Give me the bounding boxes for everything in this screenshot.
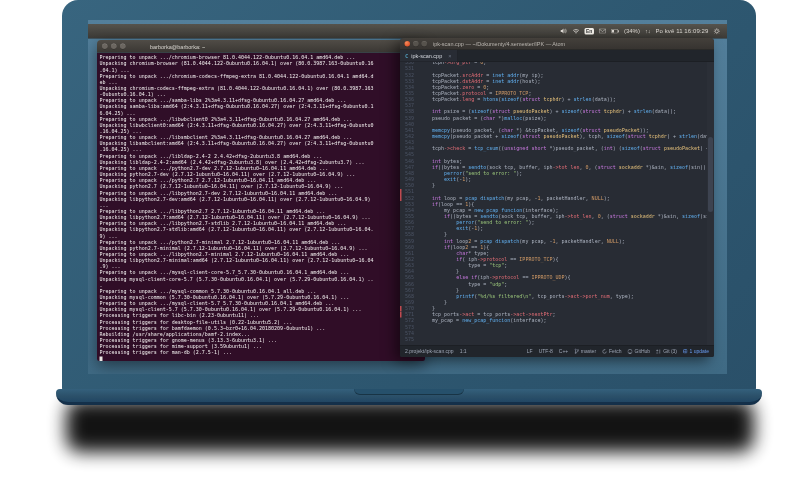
keyboard-layout-indicator[interactable]: En (585, 28, 594, 35)
editor-titlebar[interactable]: ipk-scan.cpp — ~/Dokumenty/4.semester/IP… (400, 38, 714, 50)
diff-icon (656, 349, 661, 354)
system-tray: En (34%) ↑↓ Po kvě 11 16:09:29 (561, 28, 727, 35)
line-number: 575 (400, 336, 420, 342)
status-git-branch[interactable]: master (574, 349, 596, 355)
sync-icon (602, 349, 607, 354)
laptop-mockup: En (34%) ↑↓ Po kvě 11 16:09:29 (0, 0, 800, 477)
network-traffic-icon[interactable]: ↑↓ (645, 28, 651, 34)
code-line[interactable]: 542 memcpy(pseudo_packet + sizeof(struct… (400, 133, 714, 139)
screen: En (34%) ↑↓ Po kvě 11 16:09:29 (88, 20, 727, 374)
editor-maximize-button[interactable] (422, 41, 428, 47)
editor-window-title: ipk-scan.cpp — ~/Dokumenty/4.semester/IP… (433, 41, 565, 47)
tab-ipk-scan[interactable]: C ipk-scan.cpp × (400, 50, 458, 62)
terminal-titlebar[interactable]: barborka@barborka: ~ (97, 40, 425, 53)
status-fetch[interactable]: Fetch (602, 349, 622, 355)
code-text: tcph->urg_ptr = 0; (420, 62, 486, 66)
terminal-minimize-button[interactable] (111, 44, 117, 50)
desktop-wallpaper: En (34%) ↑↓ Po kvě 11 16:09:29 (88, 20, 727, 374)
editor-scrollbar[interactable] (707, 62, 714, 345)
c-file-icon: C (405, 53, 408, 60)
editor-minimize-button[interactable] (413, 41, 419, 47)
status-github[interactable]: GitHub (628, 349, 651, 355)
status-updates[interactable]: 1 update (683, 349, 709, 355)
status-git-changes[interactable]: Git (3) (656, 349, 677, 355)
github-icon (628, 349, 633, 354)
scrollbar-handle[interactable] (708, 137, 713, 212)
tab-label: ipk-scan.cpp (411, 53, 442, 59)
editor-status-bar: 2.projekt/ipk-scan.cpp 1:1 LF UTF-8 C++ … (400, 345, 714, 357)
volume-icon[interactable] (561, 28, 568, 34)
editor-window: ipk-scan.cpp — ~/Dokumenty/4.semester/IP… (400, 38, 714, 357)
clock-label[interactable]: Po kvě 11 16:09:29 (655, 28, 708, 35)
code-editor[interactable]: 530 tcph->urg_ptr = 0;531532 tcpPacket.s… (400, 62, 714, 345)
terminal-line: Processing triggers for man-db (2.7.5-1)… (100, 350, 423, 356)
terminal-title: barborka@barborka: ~ (150, 43, 205, 49)
status-file-path[interactable]: 2.projekt/ipk-scan.cpp (405, 349, 454, 355)
editor-tab-bar: C ipk-scan.cpp × (400, 50, 714, 62)
code-text: tcph->check = tcp_csum((unsigned short *… (420, 146, 714, 152)
top-menu-bar: En (34%) ↑↓ Po kvě 11 16:09:29 (88, 24, 727, 39)
status-line-ending[interactable]: LF (527, 349, 533, 355)
code-text: printf("%d/%s filtered\n", tcp_ports->ac… (420, 293, 634, 299)
code-text: pseudo_packet = (char *)malloc(psize); (420, 115, 546, 121)
code-line[interactable]: 575 (400, 336, 714, 342)
laptop-lid: En (34%) ↑↓ Po kvě 11 16:09:29 (62, 0, 756, 392)
mail-icon[interactable] (599, 29, 606, 34)
code-line[interactable]: 544 tcph->check = tcp_csum((unsigned sho… (400, 146, 714, 152)
wifi-icon[interactable] (573, 28, 580, 34)
code-text: } (420, 182, 435, 188)
tab-close-icon[interactable]: × (448, 53, 451, 59)
battery-percent-label: (34%) (624, 28, 640, 35)
terminal-window: barborka@barborka: ~ Preparing to unpack… (97, 40, 425, 361)
terminal-cursor (100, 356, 103, 361)
status-grammar[interactable]: C++ (559, 349, 568, 355)
terminal-close-button[interactable] (102, 44, 108, 50)
laptop-base-notch (354, 389, 464, 395)
code-text: my_pcap = new_pcap_funcion(interface); (420, 318, 546, 324)
editor-close-button[interactable] (405, 41, 411, 47)
laptop-base (56, 389, 762, 405)
session-gear-icon[interactable] (714, 28, 721, 35)
status-encoding[interactable]: UTF-8 (539, 349, 553, 355)
update-package-icon (683, 349, 688, 354)
git-branch-icon (574, 349, 579, 355)
battery-icon[interactable] (611, 29, 619, 34)
terminal-maximize-button[interactable] (120, 44, 126, 50)
code-text: memcpy(pseudo_packet + sizeof(struct pse… (420, 133, 714, 139)
terminal-output[interactable]: Preparing to unpack .../chromium-browser… (97, 53, 425, 361)
laptop-shadow (66, 400, 754, 452)
code-text: tcpPacket.leng = htons(sizeof(struct tcp… (420, 96, 616, 102)
status-cursor-position[interactable]: 1:1 (460, 349, 467, 355)
